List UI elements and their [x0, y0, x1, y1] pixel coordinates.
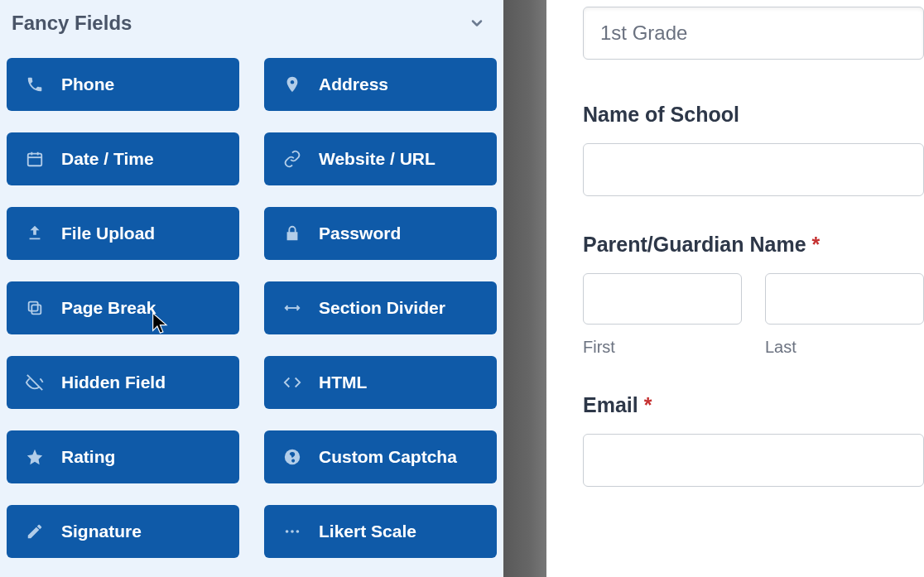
field-rating[interactable]: Rating	[7, 430, 239, 483]
field-label: Section Divider	[319, 298, 445, 318]
field-label: Rating	[61, 447, 115, 467]
label-text: Parent/Guardian Name	[583, 233, 806, 256]
field-label: Website / URL	[319, 149, 436, 169]
link-icon	[282, 149, 302, 169]
star-icon	[25, 447, 45, 467]
email-label: Email *	[583, 393, 924, 417]
field-grid: Phone Address Date / Time Website / URL	[7, 43, 497, 558]
panel-header[interactable]: Fancy Fields	[7, 0, 497, 43]
svg-rect-0	[28, 154, 42, 166]
chevron-down-icon	[469, 15, 485, 31]
fields-panel: Fancy Fields Phone Address Date / Time	[0, 0, 503, 577]
field-captcha[interactable]: Custom Captcha	[264, 430, 497, 483]
field-label: Signature	[61, 522, 142, 541]
svg-point-11	[296, 530, 300, 533]
field-label: Address	[319, 75, 388, 94]
field-phone[interactable]: Phone	[7, 58, 239, 111]
required-marker: *	[644, 393, 652, 416]
field-likert[interactable]: Likert Scale	[264, 505, 497, 558]
field-label: File Upload	[61, 224, 155, 243]
lock-icon	[282, 224, 302, 243]
field-label: Hidden Field	[61, 373, 166, 392]
school-input[interactable]	[583, 143, 924, 196]
upload-icon	[25, 224, 45, 243]
svg-point-10	[291, 530, 294, 533]
required-marker: *	[811, 233, 820, 256]
dots-icon	[282, 522, 302, 541]
field-label: Custom Captcha	[319, 447, 457, 467]
code-icon	[282, 373, 302, 392]
help-icon	[282, 447, 302, 467]
svg-point-9	[286, 530, 289, 533]
field-hidden[interactable]: Hidden Field	[7, 356, 239, 409]
school-label: Name of School	[583, 103, 924, 127]
pin-icon	[282, 75, 302, 94]
parent-name-field: Parent/Guardian Name * First Last	[583, 233, 924, 357]
field-label: Phone	[61, 75, 114, 94]
panel-divider	[503, 0, 546, 577]
form-preview: Name of School Parent/Guardian Name * Fi…	[546, 0, 924, 577]
field-label: Date / Time	[61, 149, 154, 169]
last-name-input[interactable]	[765, 273, 924, 325]
field-label: HTML	[319, 373, 367, 392]
parent-name-label: Parent/Guardian Name *	[583, 233, 924, 257]
svg-rect-4	[31, 305, 41, 314]
field-label: Password	[319, 224, 401, 243]
label-text: Email	[583, 393, 638, 416]
field-page-break[interactable]: Page Break	[7, 281, 239, 334]
last-sublabel: Last	[765, 338, 924, 357]
phone-icon	[25, 75, 45, 94]
panel-title: Fancy Fields	[12, 12, 132, 35]
field-upload[interactable]: File Upload	[7, 207, 239, 260]
school-field: Name of School	[583, 103, 924, 196]
field-section-divider[interactable]: Section Divider	[264, 281, 497, 334]
grade-field	[583, 7, 924, 60]
first-sublabel: First	[583, 338, 742, 357]
email-field: Email *	[583, 393, 924, 487]
pencil-icon	[25, 522, 45, 541]
email-input[interactable]	[583, 434, 924, 487]
field-url[interactable]: Website / URL	[264, 132, 497, 185]
eye-off-icon	[25, 373, 45, 392]
grade-input[interactable]	[583, 7, 924, 60]
field-label: Likert Scale	[319, 522, 416, 541]
field-address[interactable]: Address	[264, 58, 497, 111]
first-name-input[interactable]	[583, 273, 742, 325]
calendar-icon	[25, 149, 45, 169]
field-datetime[interactable]: Date / Time	[7, 132, 239, 185]
copy-icon	[25, 298, 45, 318]
field-label: Page Break	[61, 298, 156, 318]
divider-icon	[282, 298, 302, 318]
svg-rect-5	[29, 302, 38, 311]
field-signature[interactable]: Signature	[7, 505, 239, 558]
field-html[interactable]: HTML	[264, 356, 497, 409]
field-password[interactable]: Password	[264, 207, 497, 260]
